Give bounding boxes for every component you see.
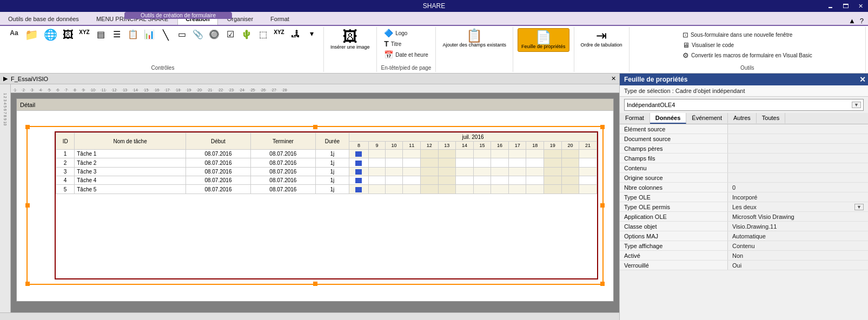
prop-dropdown-arrow-icon[interactable]: ▼ <box>854 204 864 210</box>
gantt-chart-cell <box>579 185 597 194</box>
gantt-ole-object[interactable]: ID Nom de tâche Début Terminer Durée jui… <box>55 131 598 279</box>
ribbon-help-btn[interactable]: ? <box>858 17 866 25</box>
props-value[interactable] <box>728 163 868 172</box>
gantt-chart-cell <box>544 176 562 185</box>
add-fields-btn[interactable]: 📋 Ajouter des champs existants <box>440 28 508 49</box>
tab-order-btn[interactable]: ⇥ Ordre de tabulation <box>579 28 625 49</box>
gantt-chart-cell <box>420 150 438 158</box>
properties-close-btn[interactable]: ✕ <box>859 75 866 84</box>
props-value[interactable]: Visio.Drawing.11 <box>728 222 868 231</box>
handle-br[interactable] <box>600 282 605 286</box>
gantt-chart-cell <box>508 150 526 158</box>
props-value[interactable] <box>728 134 868 143</box>
titre-btn[interactable]: T Titre <box>382 39 403 49</box>
props-key: Verrouillé <box>620 261 728 270</box>
props-value[interactable]: Incorporé <box>728 192 868 202</box>
gantt-chart-cell <box>473 176 491 185</box>
ribbon-collapse-btn[interactable]: ▲ <box>846 17 858 25</box>
control-image-btn[interactable]: 🖼 <box>61 28 76 41</box>
control-xyz-btn[interactable]: XYZ <box>77 28 92 36</box>
dropdown-arrow-icon[interactable]: ▼ <box>852 102 861 108</box>
gantt-chart-cell <box>508 185 526 194</box>
ruler-vertical: 1 2 3 4 5 6 7 8 9 10 <box>0 84 11 312</box>
feuille-proprietes-btn[interactable]: 📄 Feuille de propriétés <box>518 28 569 52</box>
tab-autres[interactable]: Autres <box>728 113 757 124</box>
close-button[interactable]: ✕ <box>853 0 868 12</box>
sous-form-btn[interactable]: ⊡ Sous-formulaire dans une nouvelle fenê… <box>681 30 794 39</box>
control-web-btn[interactable]: 🌐 <box>42 28 59 41</box>
control-check-btn[interactable]: ☑ <box>223 28 238 41</box>
control-attach-btn[interactable]: 📎 <box>190 28 206 41</box>
handle-tr[interactable] <box>600 125 605 129</box>
props-row: Type OLEIncorporé <box>620 192 868 202</box>
gantt-bar <box>355 161 362 166</box>
props-value[interactable]: Les deux▼ <box>728 202 868 211</box>
props-value[interactable] <box>728 124 868 134</box>
handle-bl[interactable] <box>25 282 30 286</box>
control-more-btn[interactable]: ▾ <box>304 28 319 39</box>
props-value[interactable] <box>728 154 868 163</box>
props-value[interactable]: 0 <box>728 183 868 192</box>
form-editor-close-btn[interactable]: ✕ <box>611 75 616 82</box>
handle-bm[interactable] <box>313 282 317 286</box>
handle-tl[interactable] <box>25 125 30 129</box>
control-label-btn[interactable]: Aa <box>6 28 22 38</box>
maximize-button[interactable]: 🗖 <box>838 0 853 12</box>
control-folder-btn[interactable]: 📁 <box>23 28 41 41</box>
props-row: Origine source <box>620 173 868 183</box>
props-value[interactable] <box>728 173 868 182</box>
gantt-table: ID Nom de tâche Début Terminer Durée jui… <box>56 132 597 194</box>
handle-tm[interactable] <box>313 125 317 129</box>
props-value[interactable]: Non <box>728 251 868 260</box>
props-value[interactable]: Oui <box>728 261 868 270</box>
control-chart-btn[interactable]: 📊 <box>142 28 157 41</box>
titre-icon: T <box>384 39 389 48</box>
control-line-btn[interactable]: ╲ <box>158 28 173 42</box>
gantt-chart-cell <box>349 150 369 158</box>
visualiser-code-btn[interactable]: 🖥 Visualiser le code <box>681 41 736 50</box>
tab-toutes[interactable]: Toutes <box>757 113 785 124</box>
gantt-chart-cell <box>420 185 438 194</box>
title-bar: SHARE 🗕 🗖 ✕ <box>0 0 868 12</box>
form-canvas[interactable]: Détail <box>11 93 619 312</box>
gantt-chart-cell <box>561 176 579 185</box>
props-value[interactable]: Contenu <box>728 241 868 250</box>
control-rect-btn[interactable]: ▭ <box>174 28 189 41</box>
form-white-area: Détail <box>16 98 614 302</box>
tab-evenement[interactable]: Événement <box>686 113 728 124</box>
tab-donnees[interactable]: Données <box>650 113 686 124</box>
gantt-chart-cell <box>456 176 474 185</box>
gantt-day-header: 10 <box>385 142 403 150</box>
gantt-chart-cell <box>473 158 491 167</box>
tab-outils-db[interactable]: Outils de base de données <box>0 12 87 25</box>
control-photo-btn[interactable]: 🏞 <box>288 28 303 40</box>
props-value[interactable]: Automatique <box>728 231 868 241</box>
properties-dropdown[interactable]: IndépendantOLE4 ▼ <box>624 99 864 111</box>
tab-order-label: Ordre de tabulation <box>581 42 622 48</box>
minimize-button[interactable]: 🗕 <box>823 0 838 12</box>
gantt-chart-cell <box>349 158 369 167</box>
tab-format[interactable]: Format <box>262 12 297 25</box>
control-xyz2-btn[interactable]: XYZ <box>271 28 287 36</box>
control-radio-btn[interactable]: 🔘 <box>207 28 222 41</box>
date-btn[interactable]: 📅 Date et heure <box>382 50 430 59</box>
logo-btn[interactable]: 🔷 Logo <box>382 28 409 38</box>
form-editor-titlebar: ▶ F_EssaiVISIO ✕ <box>0 74 619 84</box>
control-list-btn[interactable]: 📋 <box>125 28 141 41</box>
scrollbar-horizontal[interactable] <box>0 312 619 320</box>
convertir-macros-btn[interactable]: ⚙ Convertir les macros de formulaire en … <box>681 51 814 60</box>
handle-mr[interactable] <box>600 203 605 208</box>
control-combo-btn[interactable]: ☰ <box>109 28 124 41</box>
handle-ml[interactable] <box>25 203 30 208</box>
props-value[interactable]: Microsoft Visio Drawing <box>728 212 868 221</box>
props-key: Contenu <box>620 163 728 172</box>
tab-format[interactable]: Format <box>620 113 650 124</box>
control-ole-btn[interactable]: ⬚ <box>255 28 270 41</box>
props-value[interactable] <box>728 144 868 153</box>
insert-image-btn[interactable]: 🖼 Insérer une image <box>328 28 372 51</box>
gantt-chart-cell <box>473 150 491 158</box>
gantt-day-header: 14 <box>456 142 474 150</box>
control-cactus-btn[interactable]: 🌵 <box>239 28 254 41</box>
control-subform-btn[interactable]: ▤ <box>93 28 108 41</box>
gantt-chart-cell <box>508 176 526 185</box>
